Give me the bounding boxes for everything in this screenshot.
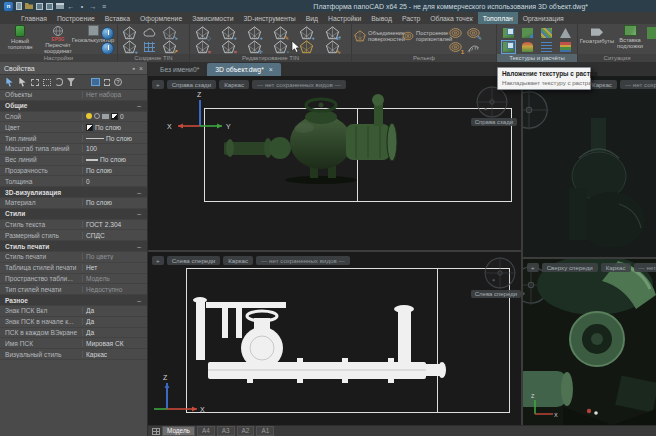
- viewport-saved-views-button[interactable]: — нет сохраненных видов —: [620, 80, 656, 89]
- properties-section-header[interactable]: Разное–: [0, 295, 147, 306]
- property-row[interactable]: Пространство табли...Модель: [0, 274, 147, 285]
- layer-color-icon[interactable]: [111, 113, 118, 120]
- quick-select-icon[interactable]: [18, 78, 27, 87]
- point-cloud-icon[interactable]: [142, 26, 157, 40]
- document-tab[interactable]: Без имени0*: [152, 63, 207, 76]
- property-value[interactable]: По слою: [82, 135, 147, 142]
- tin-delete-edge-icon[interactable]: ×: [221, 40, 236, 54]
- viewport-view-button[interactable]: Сверху спереди: [542, 263, 598, 272]
- pin-icon[interactable]: ▪: [132, 65, 134, 72]
- property-row[interactable]: Визуальный стильКаркас: [0, 349, 147, 360]
- property-value[interactable]: Мировая СК: [82, 340, 147, 347]
- viewport-saved-views-button[interactable]: — нет сохраненных видов —: [634, 263, 656, 272]
- layout-tab-a2[interactable]: A2: [237, 426, 255, 436]
- document-tab-active[interactable]: 3D объект.dwg* ×: [207, 63, 281, 76]
- property-row[interactable]: Толщина0: [0, 176, 147, 187]
- menu-tab[interactable]: Облака точек: [425, 12, 477, 24]
- layout-tab-a1[interactable]: A1: [256, 426, 274, 436]
- tin-rebuild-icon[interactable]: [299, 40, 314, 54]
- select-window-icon[interactable]: [31, 79, 39, 86]
- geoattributes-button[interactable]: Геоатрибуты: [580, 25, 614, 44]
- property-value[interactable]: Да: [82, 318, 147, 325]
- property-value[interactable]: Да: [82, 307, 147, 314]
- viewport-saved-views-button[interactable]: — нет сохраненных видов —: [256, 256, 350, 265]
- tin-boundary-icon[interactable]: ▫: [273, 40, 288, 54]
- tin-edit-edge-icon[interactable]: ✎: [273, 26, 288, 40]
- properties-section-header[interactable]: Стиль печати–: [0, 241, 147, 252]
- menu-tab[interactable]: Организация: [518, 12, 569, 24]
- filter-icon[interactable]: [67, 78, 75, 86]
- help-icon[interactable]: ?: [114, 78, 122, 86]
- model-tab[interactable]: Модель: [162, 426, 195, 436]
- viewport-top-left[interactable]: + Справа сзади Каркас — нет сохраненных …: [148, 76, 521, 250]
- isolines-icon[interactable]: [539, 40, 554, 54]
- tin-append-icon[interactable]: +: [299, 26, 314, 40]
- viewport-plus-button[interactable]: +: [527, 263, 539, 272]
- property-value[interactable]: По слою: [82, 156, 147, 163]
- menu-tab[interactable]: Построение: [52, 12, 100, 24]
- report-table-icon[interactable]: [558, 40, 573, 54]
- new-file-icon[interactable]: [16, 2, 22, 10]
- create-tin-icon[interactable]: [122, 26, 137, 40]
- properties-section-header[interactable]: Стили–: [0, 209, 147, 220]
- height-gradient-icon[interactable]: [520, 40, 535, 54]
- drawing-area[interactable]: + Справа сзади Каркас — нет сохраненных …: [148, 76, 656, 425]
- tin-from-points-icon[interactable]: +: [122, 40, 137, 54]
- selection-cycle-icon[interactable]: [55, 78, 63, 86]
- small-tool-icon[interactable]: [104, 79, 110, 86]
- property-value[interactable]: ГОСТ 2.304: [82, 221, 147, 228]
- select-polygon-icon[interactable]: [43, 79, 51, 86]
- property-value[interactable]: Каркас: [82, 351, 147, 358]
- viewport-style-button[interactable]: Каркас: [601, 263, 631, 272]
- property-value[interactable]: Модель: [82, 275, 147, 282]
- property-row[interactable]: Имя ПСКМировая СК: [0, 338, 147, 349]
- view-compass[interactable]: [523, 88, 551, 132]
- viewport-bottom-right[interactable]: + Сверху спереди Каркас — нет сохраненны…: [523, 259, 656, 425]
- property-row[interactable]: МатериалПо слою: [0, 198, 147, 209]
- tin-delete-point-icon[interactable]: ×: [195, 40, 210, 54]
- clipped-tool-icon[interactable]: [646, 26, 656, 40]
- properties-section-header[interactable]: 3D-визуализация–: [0, 187, 147, 198]
- property-row[interactable]: ОбъектыНет набора: [0, 90, 147, 101]
- surface-analysis-icon[interactable]: [539, 26, 554, 40]
- model-3d-pump-green[interactable]: [224, 90, 414, 185]
- select-tool-icon[interactable]: [5, 78, 14, 87]
- viewport-view-button[interactable]: Справа сзади: [167, 80, 217, 89]
- color-swatch-icon[interactable]: [86, 124, 93, 131]
- property-row[interactable]: Тип стилей печатиНедоступно: [0, 284, 147, 295]
- property-row[interactable]: Слой0: [0, 112, 147, 123]
- viewport-plus-button[interactable]: +: [152, 80, 164, 89]
- property-row[interactable]: Таблица стилей печатиНет: [0, 263, 147, 274]
- build-contours-button[interactable]: Построение горизонталей: [402, 30, 446, 42]
- menu-tab[interactable]: Топоплан: [478, 12, 518, 24]
- highlight-toggle-icon[interactable]: [91, 78, 100, 86]
- new-topoplan-button[interactable]: Новый топоплан: [2, 25, 38, 50]
- texture-raster-overlay-icon[interactable]: [501, 40, 516, 54]
- collapse-icon[interactable]: –: [137, 297, 141, 304]
- property-value[interactable]: СПДС: [82, 232, 147, 239]
- tin-add-point-icon[interactable]: +: [221, 26, 236, 40]
- property-row[interactable]: ПрозрачностьПо слою: [0, 166, 147, 177]
- viewport-style-button[interactable]: Каркас: [219, 80, 249, 89]
- redo-icon[interactable]: →: [89, 2, 97, 10]
- property-row[interactable]: Знак ПСК в начале к...Да: [0, 317, 147, 328]
- property-row[interactable]: ПСК в каждом ВЭкранеДа: [0, 328, 147, 339]
- history-dot-icon[interactable]: •: [78, 2, 86, 10]
- undo-icon[interactable]: ←: [67, 2, 75, 10]
- properties-header[interactable]: Свойства ▪ ×: [0, 62, 147, 75]
- menu-tab[interactable]: 3D-инструменты: [238, 12, 300, 24]
- print-icon[interactable]: [56, 3, 64, 9]
- menu-tab[interactable]: Вид: [301, 12, 323, 24]
- properties-section-header[interactable]: Общие–: [0, 101, 147, 112]
- collapse-icon[interactable]: –: [137, 102, 141, 109]
- tin-section-icon[interactable]: ↗: [162, 40, 177, 54]
- menu-tab[interactable]: Вывод: [366, 12, 397, 24]
- property-value[interactable]: По слою: [82, 124, 147, 131]
- compass-tool-icon[interactable]: [101, 27, 114, 40]
- menu-tab[interactable]: Растр: [397, 12, 425, 24]
- close-tab-icon[interactable]: ×: [269, 66, 273, 73]
- property-value[interactable]: По цвету: [82, 253, 147, 260]
- slope-hatches-icon[interactable]: [466, 40, 481, 54]
- points-grid-icon[interactable]: [142, 40, 157, 54]
- layer-freeze-icon[interactable]: [94, 113, 100, 119]
